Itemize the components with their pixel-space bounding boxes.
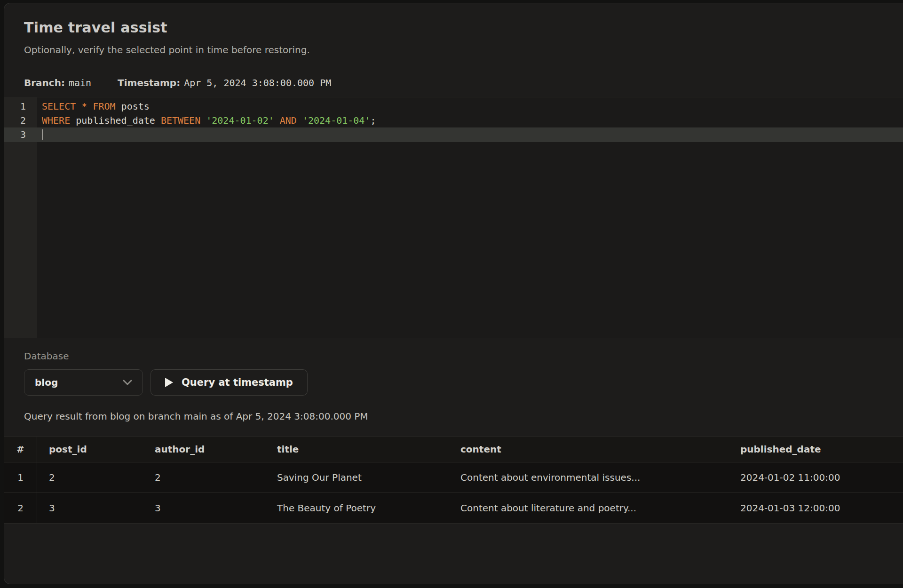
page-subtitle: Optionally, verify the selected point in… xyxy=(24,44,883,56)
query-at-timestamp-button[interactable]: Query at timestamp xyxy=(150,369,308,396)
column-header-author-id: author_id xyxy=(143,444,265,455)
column-header-content: content xyxy=(449,444,729,455)
bottom-spacer xyxy=(4,524,903,584)
cell-published-date: 2024-01-03 12:00:00 xyxy=(729,502,903,514)
query-button-label: Query at timestamp xyxy=(182,377,293,388)
database-section: Database blog Query at timestamp xyxy=(4,338,903,396)
column-header-title: title xyxy=(265,444,449,455)
cell-post-id: 2 xyxy=(37,472,143,483)
table-row: 2 3 3 The Beauty of Poetry Content about… xyxy=(4,493,903,524)
line-number-3: 3 xyxy=(4,127,37,142)
result-table: # post_id author_id title content publis… xyxy=(4,436,903,524)
cell-content: Content about literature and poetry... xyxy=(449,502,729,514)
code-line-2: 2 WHERE published_date BETWEEN '2024-01-… xyxy=(4,113,903,127)
database-controls: blog Query at timestamp xyxy=(24,369,883,396)
cell-author-id: 3 xyxy=(143,502,265,514)
cell-content: Content about environmental issues... xyxy=(449,472,729,483)
table-row: 1 2 2 Saving Our Planet Content about en… xyxy=(4,462,903,493)
database-label: Database xyxy=(24,350,883,362)
page-title: Time travel assist xyxy=(24,19,883,36)
code-text-3 xyxy=(37,127,43,142)
cell-title: The Beauty of Poetry xyxy=(265,502,449,514)
timestamp-group: Timestamp: Apr 5, 2024 3:08:00.000 PM xyxy=(118,77,331,88)
code-text-2: WHERE published_date BETWEEN '2024-01-02… xyxy=(37,113,376,127)
column-header-post-id: post_id xyxy=(37,444,143,455)
database-select[interactable]: blog xyxy=(24,369,143,396)
code-text-1: SELECT * FROM posts xyxy=(37,99,150,113)
cell-post-id: 3 xyxy=(37,502,143,514)
timestamp-label: Timestamp: xyxy=(118,77,180,88)
line-number-2: 2 xyxy=(4,113,37,127)
table-header-row: # post_id author_id title content publis… xyxy=(4,437,903,462)
cell-author-id: 2 xyxy=(143,472,265,483)
column-header-index: # xyxy=(4,437,37,462)
column-header-published-date: published_date xyxy=(729,444,903,455)
meta-bar: Branch: main Timestamp: Apr 5, 2024 3:08… xyxy=(4,68,903,97)
cell-title: Saving Our Planet xyxy=(265,472,449,483)
code-line-3: 3 xyxy=(4,127,903,142)
line-number-1: 1 xyxy=(4,99,37,113)
panel-header: Time travel assist Optionally, verify th… xyxy=(4,3,903,68)
play-icon xyxy=(165,378,173,387)
code-lines: 1 SELECT * FROM posts 2 WHERE published_… xyxy=(4,97,903,142)
branch-label: Branch: xyxy=(24,77,65,88)
time-travel-panel: Time travel assist Optionally, verify th… xyxy=(4,3,903,584)
chevron-down-icon xyxy=(123,380,132,385)
cell-index: 1 xyxy=(4,462,37,493)
branch-group: Branch: main xyxy=(24,77,91,88)
cell-index: 2 xyxy=(4,493,37,523)
cell-published-date: 2024-01-02 11:00:00 xyxy=(729,472,903,483)
timestamp-value: Apr 5, 2024 3:08:00.000 PM xyxy=(184,77,331,88)
query-result-caption: Query result from blog on branch main as… xyxy=(4,396,903,436)
text-cursor xyxy=(42,129,43,140)
branch-value: main xyxy=(69,77,91,88)
sql-editor[interactable]: 1 SELECT * FROM posts 2 WHERE published_… xyxy=(4,97,903,338)
code-line-1: 1 SELECT * FROM posts xyxy=(4,99,903,113)
database-select-value: blog xyxy=(35,377,58,388)
